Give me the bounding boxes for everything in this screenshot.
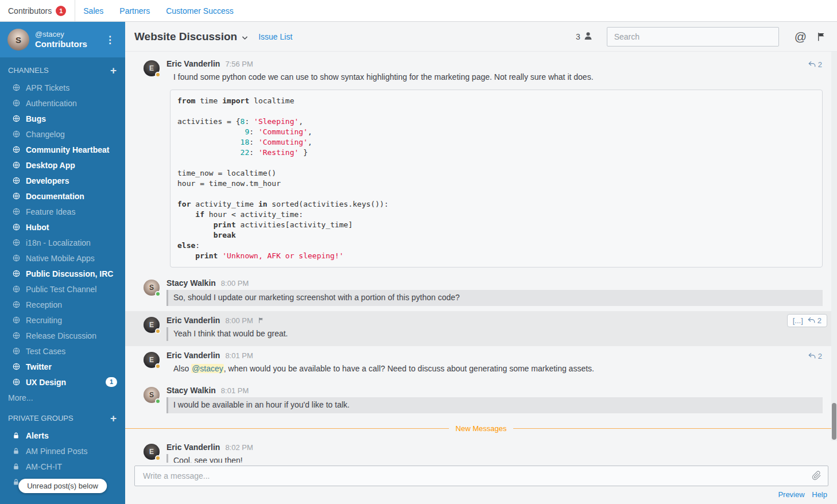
message-author[interactable]: Stacy Walkin (166, 278, 216, 288)
message-author[interactable]: Stacy Walkin (166, 386, 216, 395)
message-timestamp: 8:00 PM (221, 279, 249, 288)
help-link[interactable]: Help (812, 490, 827, 499)
message-author[interactable]: Eric Vanderlin (166, 351, 220, 360)
preview-link[interactable]: Preview (778, 490, 804, 499)
channel-label: Reception (26, 300, 62, 309)
more-channels-link[interactable]: More... (0, 390, 125, 405)
scrollbar-thumb[interactable] (832, 403, 836, 440)
channel-name-dropdown[interactable]: Website Discussion (134, 30, 249, 43)
unread-posts-below-button[interactable]: Unread post(s) below (18, 479, 107, 493)
channel-label: Bugs (26, 114, 46, 123)
channel-item[interactable]: Changelog (0, 126, 125, 142)
channel-unread-badge: 1 (106, 377, 117, 387)
status-dot-icon (155, 72, 161, 77)
channel-label: UX Design (26, 378, 66, 387)
member-count-button[interactable]: 3 (576, 31, 593, 42)
message-input[interactable] (134, 466, 828, 486)
status-dot-icon (155, 455, 161, 461)
channel-item[interactable]: APR Tickets (0, 80, 125, 95)
channel-item[interactable]: Documentation (0, 188, 125, 204)
team-tab-label: Contributors (8, 6, 52, 15)
message-author[interactable]: Eric Vanderlin (166, 59, 220, 68)
main-panel: Website Discussion Issue List 3 @ (125, 22, 837, 504)
add-private-group-button[interactable]: + (110, 414, 117, 422)
new-messages-label: New Messages (456, 424, 507, 433)
username: @stacey (35, 30, 87, 39)
lock-icon (13, 463, 21, 471)
private-groups-section-header: PRIVATE GROUPS + (0, 405, 125, 428)
channel-item[interactable]: Release Discussion (0, 328, 125, 343)
channel-item[interactable]: Community Heartbeat (0, 142, 125, 157)
sidebar-menu-icon[interactable]: ⋮ (102, 33, 118, 47)
avatar[interactable]: S (144, 387, 160, 403)
add-channel-button[interactable]: + (110, 67, 117, 75)
channel-label: Hubot (26, 223, 49, 232)
avatar[interactable]: E (144, 444, 160, 460)
search-input[interactable] (607, 27, 779, 46)
team-tab-label: Partners (119, 6, 150, 15)
mention-link[interactable]: @stacey (191, 364, 224, 373)
channel-item[interactable]: UX Design 1 (0, 374, 125, 390)
globe-icon (13, 239, 21, 247)
team-tab[interactable]: Sales (75, 0, 111, 21)
message-scrollbar[interactable] (831, 52, 837, 441)
team-tab[interactable]: Contributors 1 (0, 0, 75, 21)
flagged-icon[interactable] (258, 317, 265, 324)
globe-icon (13, 192, 21, 200)
channel-label: Changelog (26, 130, 65, 139)
avatar[interactable]: E (144, 60, 160, 76)
sidebar-header[interactable]: S @stacey Contributors ⋮ (0, 22, 125, 57)
channel-item[interactable]: Authentication (0, 95, 125, 111)
private-group-item[interactable]: Alerts (0, 428, 125, 443)
reply-count-button[interactable]: 2 (808, 352, 822, 360)
channel-item[interactable]: Desktop App (0, 157, 125, 173)
issue-list-link[interactable]: Issue List (258, 32, 292, 41)
composer (125, 463, 837, 486)
reply-count-button[interactable]: 2 (808, 60, 822, 69)
team-switcher-bar: Contributors 1 Sales Partners Customer S… (0, 0, 837, 22)
avatar[interactable]: E (144, 352, 160, 368)
message-text: Cool, see you then! (166, 454, 823, 463)
channel-item[interactable]: Developers (0, 173, 125, 188)
flagged-posts-icon[interactable] (811, 32, 828, 42)
channels-list: APR Tickets Authentication Bugs Changelo… (0, 80, 125, 390)
user-avatar[interactable]: S (7, 29, 29, 51)
channel-item[interactable]: Recruiting (0, 312, 125, 328)
avatar-initial: S (149, 284, 154, 292)
channel-item[interactable]: Reception (0, 297, 125, 312)
channel-item[interactable]: Native Mobile Apps (0, 250, 125, 266)
channel-item[interactable]: Bugs (0, 111, 125, 126)
private-group-item[interactable]: AM-CH-IT (0, 459, 125, 474)
team-tab[interactable]: Customer Success (158, 0, 241, 21)
channel-item[interactable]: Public Test Channel (0, 281, 125, 297)
globe-icon (13, 316, 21, 324)
reply-count: 2 (818, 60, 822, 69)
mentions-icon[interactable]: @ (790, 30, 811, 44)
reply-count: 2 (817, 316, 822, 325)
status-dot-icon (155, 291, 161, 297)
message: S Stacy Walkin 8:00 PM So, should I upda… (125, 274, 837, 311)
composer-links: Preview Help (125, 486, 837, 504)
more-actions-button[interactable]: [...] (793, 316, 803, 325)
message-author[interactable]: Eric Vanderlin (166, 443, 220, 452)
team-tab[interactable]: Partners (111, 0, 158, 21)
channel-item[interactable]: Public Discussion, IRC (0, 266, 125, 281)
message-author[interactable]: Eric Vanderlin (166, 316, 220, 325)
channel-item[interactable]: Hubot (0, 219, 125, 235)
avatar[interactable]: S (144, 280, 160, 296)
message-content: Stacy Walkin 8:01 PM I would be availabl… (166, 386, 823, 413)
channel-item[interactable]: Twitter (0, 359, 125, 374)
channel-item[interactable]: Feature Ideas (0, 204, 125, 219)
message-actions: [...] 2 (787, 314, 827, 327)
channels-section-header: CHANNELS + (0, 57, 125, 80)
attachment-icon[interactable] (812, 471, 822, 480)
member-icon (583, 31, 593, 42)
channel-item[interactable]: Test Cases (0, 343, 125, 359)
team-tab-label: Customer Success (166, 6, 233, 15)
private-groups-section-label: PRIVATE GROUPS (8, 414, 73, 422)
avatar[interactable]: E (144, 317, 160, 333)
private-group-item[interactable]: AM Pinned Posts (0, 443, 125, 459)
globe-icon (13, 177, 21, 185)
reply-button[interactable]: 2 (807, 316, 822, 325)
channel-item[interactable]: i18n - Localization (0, 235, 125, 250)
